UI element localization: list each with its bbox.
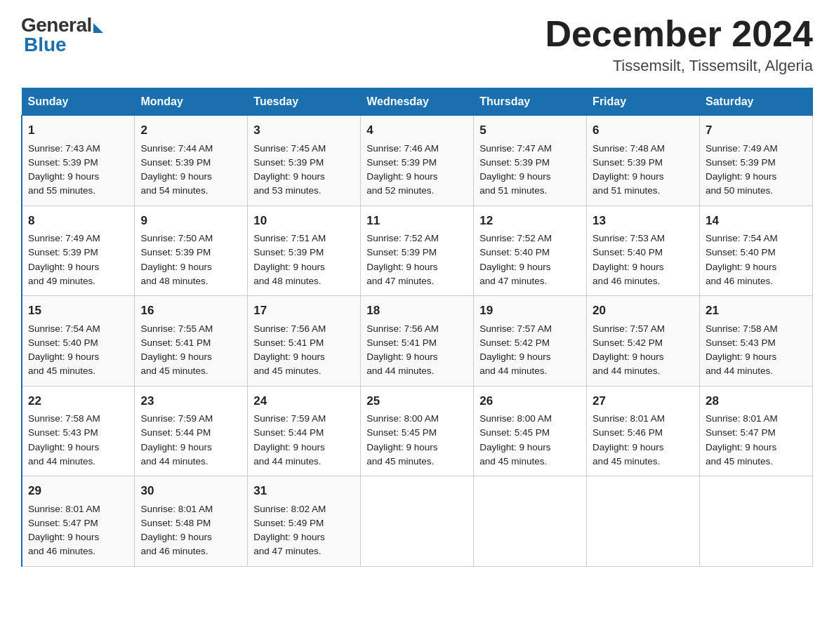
calendar-cell: 26Sunrise: 8:00 AMSunset: 5:45 PMDayligh… bbox=[474, 386, 587, 476]
calendar-cell: 12Sunrise: 7:52 AMSunset: 5:40 PMDayligh… bbox=[474, 206, 587, 296]
day-number: 3 bbox=[253, 121, 355, 140]
calendar-header-row: SundayMondayTuesdayWednesdayThursdayFrid… bbox=[22, 88, 813, 116]
day-number: 24 bbox=[253, 392, 355, 410]
logo-arrow-icon bbox=[93, 23, 103, 33]
calendar-cell: 2Sunrise: 7:44 AMSunset: 5:39 PMDaylight… bbox=[135, 116, 248, 206]
day-number: 28 bbox=[706, 392, 807, 410]
calendar-cell: 13Sunrise: 7:53 AMSunset: 5:40 PMDayligh… bbox=[587, 206, 700, 296]
calendar-cell bbox=[587, 476, 700, 567]
logo: General Blue bbox=[21, 14, 103, 56]
day-number: 30 bbox=[140, 482, 241, 500]
calendar-cell: 22Sunrise: 7:58 AMSunset: 5:43 PMDayligh… bbox=[22, 386, 135, 476]
calendar-cell: 10Sunrise: 7:51 AMSunset: 5:39 PMDayligh… bbox=[248, 206, 361, 296]
column-header-saturday: Saturday bbox=[700, 88, 813, 116]
calendar-cell: 20Sunrise: 7:57 AMSunset: 5:42 PMDayligh… bbox=[587, 296, 700, 387]
calendar-cell: 29Sunrise: 8:01 AMSunset: 5:47 PMDayligh… bbox=[22, 476, 135, 567]
calendar-cell: 17Sunrise: 7:56 AMSunset: 5:41 PMDayligh… bbox=[248, 296, 361, 387]
calendar-cell bbox=[361, 476, 474, 567]
location-subtitle: Tissemsilt, Tissemsilt, Algeria bbox=[545, 57, 813, 75]
calendar-table: SundayMondayTuesdayWednesdayThursdayFrid… bbox=[21, 88, 813, 567]
day-number: 19 bbox=[479, 302, 581, 320]
calendar-body: 1Sunrise: 7:43 AMSunset: 5:39 PMDaylight… bbox=[22, 116, 813, 567]
calendar-cell: 16Sunrise: 7:55 AMSunset: 5:41 PMDayligh… bbox=[135, 296, 248, 387]
calendar-cell: 28Sunrise: 8:01 AMSunset: 5:47 PMDayligh… bbox=[700, 386, 813, 476]
calendar-cell: 24Sunrise: 7:59 AMSunset: 5:44 PMDayligh… bbox=[248, 386, 361, 476]
day-number: 6 bbox=[593, 121, 694, 140]
day-number: 22 bbox=[28, 392, 128, 410]
day-number: 25 bbox=[366, 392, 468, 410]
day-number: 18 bbox=[366, 302, 468, 320]
day-number: 8 bbox=[28, 212, 128, 230]
day-number: 27 bbox=[593, 392, 694, 410]
day-number: 7 bbox=[706, 121, 807, 140]
day-number: 16 bbox=[140, 302, 241, 320]
calendar-cell: 18Sunrise: 7:56 AMSunset: 5:41 PMDayligh… bbox=[361, 296, 474, 387]
day-number: 1 bbox=[28, 121, 128, 140]
day-number: 26 bbox=[479, 392, 581, 410]
day-number: 9 bbox=[140, 212, 241, 230]
column-header-thursday: Thursday bbox=[474, 88, 587, 116]
column-header-wednesday: Wednesday bbox=[361, 88, 474, 116]
calendar-cell: 5Sunrise: 7:47 AMSunset: 5:39 PMDaylight… bbox=[474, 116, 587, 206]
calendar-cell: 30Sunrise: 8:01 AMSunset: 5:48 PMDayligh… bbox=[135, 476, 248, 567]
column-header-sunday: Sunday bbox=[22, 88, 135, 116]
calendar-cell: 19Sunrise: 7:57 AMSunset: 5:42 PMDayligh… bbox=[474, 296, 587, 387]
day-number: 31 bbox=[253, 482, 355, 500]
column-header-friday: Friday bbox=[587, 88, 700, 116]
calendar-cell: 27Sunrise: 8:01 AMSunset: 5:46 PMDayligh… bbox=[587, 386, 700, 476]
calendar-cell: 1Sunrise: 7:43 AMSunset: 5:39 PMDaylight… bbox=[22, 116, 135, 206]
day-number: 17 bbox=[253, 302, 355, 320]
calendar-cell: 23Sunrise: 7:59 AMSunset: 5:44 PMDayligh… bbox=[135, 386, 248, 476]
column-header-monday: Monday bbox=[135, 88, 248, 116]
calendar-cell: 8Sunrise: 7:49 AMSunset: 5:39 PMDaylight… bbox=[22, 206, 135, 296]
day-number: 10 bbox=[253, 212, 355, 230]
calendar-cell: 21Sunrise: 7:58 AMSunset: 5:43 PMDayligh… bbox=[700, 296, 813, 387]
column-header-tuesday: Tuesday bbox=[248, 88, 361, 116]
calendar-cell: 15Sunrise: 7:54 AMSunset: 5:40 PMDayligh… bbox=[22, 296, 135, 387]
day-number: 13 bbox=[593, 212, 694, 230]
day-number: 2 bbox=[140, 121, 241, 140]
day-number: 29 bbox=[28, 482, 128, 500]
calendar-week-row: 8Sunrise: 7:49 AMSunset: 5:39 PMDaylight… bbox=[22, 206, 813, 296]
calendar-week-row: 29Sunrise: 8:01 AMSunset: 5:47 PMDayligh… bbox=[22, 476, 813, 567]
calendar-cell bbox=[474, 476, 587, 567]
calendar-cell: 9Sunrise: 7:50 AMSunset: 5:39 PMDaylight… bbox=[135, 206, 248, 296]
calendar-cell: 11Sunrise: 7:52 AMSunset: 5:39 PMDayligh… bbox=[361, 206, 474, 296]
calendar-cell: 4Sunrise: 7:46 AMSunset: 5:39 PMDaylight… bbox=[361, 116, 474, 206]
calendar-week-row: 22Sunrise: 7:58 AMSunset: 5:43 PMDayligh… bbox=[22, 386, 813, 476]
day-number: 20 bbox=[593, 302, 694, 320]
title-block: December 2024 Tissemsilt, Tissemsilt, Al… bbox=[545, 14, 813, 75]
calendar-cell: 25Sunrise: 8:00 AMSunset: 5:45 PMDayligh… bbox=[361, 386, 474, 476]
page-header: General Blue December 2024 Tissemsilt, T… bbox=[21, 14, 813, 75]
calendar-week-row: 1Sunrise: 7:43 AMSunset: 5:39 PMDaylight… bbox=[22, 116, 813, 206]
day-number: 5 bbox=[479, 121, 581, 140]
day-number: 12 bbox=[479, 212, 581, 230]
day-number: 14 bbox=[706, 212, 807, 230]
day-number: 21 bbox=[706, 302, 807, 320]
day-number: 23 bbox=[140, 392, 241, 410]
calendar-week-row: 15Sunrise: 7:54 AMSunset: 5:40 PMDayligh… bbox=[22, 296, 813, 387]
calendar-cell: 6Sunrise: 7:48 AMSunset: 5:39 PMDaylight… bbox=[587, 116, 700, 206]
calendar-cell: 31Sunrise: 8:02 AMSunset: 5:49 PMDayligh… bbox=[248, 476, 361, 567]
month-year-title: December 2024 bbox=[545, 14, 813, 54]
day-number: 15 bbox=[28, 302, 128, 320]
day-number: 4 bbox=[366, 121, 468, 140]
day-number: 11 bbox=[366, 212, 468, 230]
calendar-cell: 14Sunrise: 7:54 AMSunset: 5:40 PMDayligh… bbox=[700, 206, 813, 296]
calendar-cell bbox=[700, 476, 813, 567]
calendar-cell: 3Sunrise: 7:45 AMSunset: 5:39 PMDaylight… bbox=[248, 116, 361, 206]
logo-blue-text: Blue bbox=[24, 34, 67, 56]
calendar-cell: 7Sunrise: 7:49 AMSunset: 5:39 PMDaylight… bbox=[700, 116, 813, 206]
